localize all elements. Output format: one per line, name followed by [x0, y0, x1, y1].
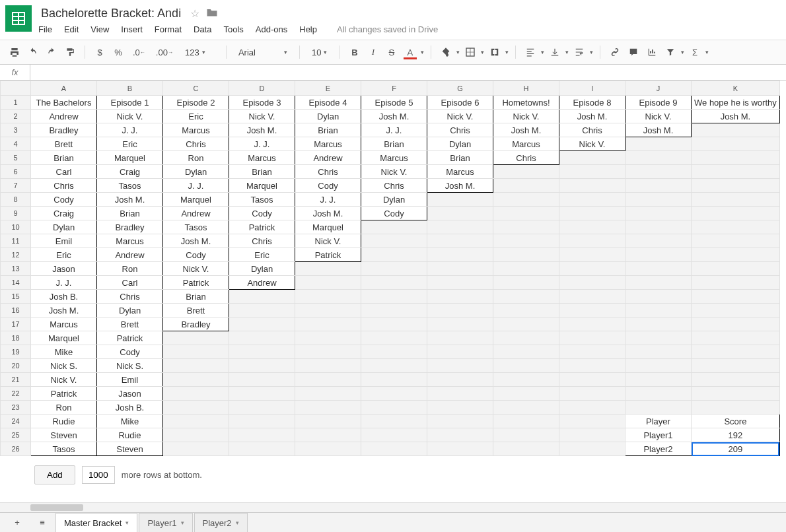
cell-C11[interactable]: Josh M. [163, 234, 229, 248]
cell-J24[interactable]: Player [625, 415, 692, 428]
cell-B4[interactable]: Eric [97, 137, 163, 151]
menu-file[interactable]: File [38, 24, 52, 34]
cell-D2[interactable]: Nick V. [229, 110, 295, 123]
cell-I22[interactable] [559, 387, 625, 401]
cell-J3[interactable]: Josh M. [625, 123, 692, 137]
cell-K3[interactable] [692, 123, 780, 137]
cell-K10[interactable] [692, 220, 780, 234]
cell-C17[interactable]: Bradley [163, 317, 229, 331]
cell-K19[interactable] [692, 345, 780, 359]
cell-A2[interactable]: Andrew [31, 110, 97, 123]
link-icon[interactable] [607, 44, 623, 60]
menu-insert[interactable]: Insert [121, 24, 143, 34]
cell-C2[interactable]: Eric [163, 110, 229, 123]
cell-C21[interactable] [163, 373, 229, 387]
cell-K17[interactable] [692, 317, 780, 331]
col-header-J[interactable]: J [625, 81, 692, 96]
row-header-22[interactable]: 22 [1, 387, 31, 401]
cell-F8[interactable]: Dylan [361, 193, 427, 207]
cell-C16[interactable]: Brett [163, 304, 229, 317]
row-header-6[interactable]: 6 [1, 165, 31, 179]
menu-view[interactable]: View [90, 24, 109, 34]
cell-D17[interactable] [229, 317, 295, 331]
cell-G14[interactable] [427, 276, 493, 290]
cell-J20[interactable] [625, 359, 692, 373]
cell-I3[interactable]: Chris [559, 123, 625, 137]
row-header-2[interactable]: 2 [1, 110, 31, 123]
cell-D20[interactable] [229, 359, 295, 373]
cell-J2[interactable]: Nick V. [625, 110, 692, 123]
cell-G21[interactable] [427, 373, 493, 387]
cell-A17[interactable]: Marcus [31, 317, 97, 331]
cell-J18[interactable] [625, 331, 692, 345]
cell-B10[interactable]: Bradley [97, 220, 163, 234]
cell-F10[interactable] [361, 220, 427, 234]
cell-G6[interactable]: Marcus [427, 165, 493, 179]
cell-A21[interactable]: Nick V. [31, 373, 97, 387]
menu-add-ons[interactable]: Add-ons [256, 24, 287, 34]
row-header-7[interactable]: 7 [1, 179, 31, 193]
cell-C20[interactable] [163, 359, 229, 373]
cell-G11[interactable] [427, 234, 493, 248]
cell-H17[interactable] [493, 317, 559, 331]
cell-K9[interactable] [692, 207, 780, 220]
cell-C22[interactable] [163, 387, 229, 401]
cell-D9[interactable]: Cody [229, 207, 295, 220]
chart-icon[interactable] [644, 44, 660, 60]
cell-C19[interactable] [163, 345, 229, 359]
cell-B18[interactable]: Patrick [97, 331, 163, 345]
currency-button[interactable]: $ [92, 44, 108, 60]
cell-A8[interactable]: Cody [31, 193, 97, 207]
valign-icon[interactable] [547, 44, 563, 60]
row-header-3[interactable]: 3 [1, 123, 31, 137]
cell-I6[interactable] [559, 165, 625, 179]
col-header-C[interactable]: C [163, 81, 229, 96]
cell-D21[interactable] [229, 373, 295, 387]
cell-J22[interactable] [625, 387, 692, 401]
cell-D5[interactable]: Marcus [229, 151, 295, 165]
cell-K7[interactable] [692, 179, 780, 193]
halign-icon[interactable] [522, 44, 538, 60]
cell-E22[interactable] [295, 387, 361, 401]
cell-J5[interactable] [625, 151, 692, 165]
cell-A23[interactable]: Ron [31, 401, 97, 415]
cell-F23[interactable] [361, 401, 427, 415]
cell-H7[interactable] [493, 179, 559, 193]
cell-D8[interactable]: Tasos [229, 193, 295, 207]
cell-J25[interactable]: Player1 [625, 428, 692, 442]
cell-J23[interactable] [625, 401, 692, 415]
cell-B11[interactable]: Marcus [97, 234, 163, 248]
cell-J12[interactable] [625, 248, 692, 262]
cell-H11[interactable] [493, 234, 559, 248]
cell-E11[interactable]: Nick V. [295, 234, 361, 248]
cell-B25[interactable]: Rudie [97, 428, 163, 442]
increase-decimal-button[interactable]: .00→ [152, 44, 177, 60]
number-format-select[interactable]: 123 ▾ [180, 44, 219, 60]
cell-E14[interactable] [295, 276, 361, 290]
cell-H14[interactable] [493, 276, 559, 290]
row-header-4[interactable]: 4 [1, 137, 31, 151]
cell-K15[interactable] [692, 290, 780, 304]
cell-D16[interactable] [229, 304, 295, 317]
cell-I20[interactable] [559, 359, 625, 373]
cell-F17[interactable] [361, 317, 427, 331]
menu-edit[interactable]: Edit [64, 24, 79, 34]
cell-K20[interactable] [692, 359, 780, 373]
cell-E17[interactable] [295, 317, 361, 331]
percent-button[interactable]: % [110, 44, 126, 60]
cell-G9[interactable] [427, 207, 493, 220]
cell-I23[interactable] [559, 401, 625, 415]
cell-I21[interactable] [559, 373, 625, 387]
menu-data[interactable]: Data [194, 24, 211, 34]
cell-J4[interactable] [625, 137, 692, 151]
cell-G16[interactable] [427, 304, 493, 317]
functions-icon[interactable]: Σ [687, 44, 703, 60]
cell-D25[interactable] [229, 428, 295, 442]
cell-D11[interactable]: Chris [229, 234, 295, 248]
cell-G1[interactable]: Episode 6 [427, 96, 493, 110]
row-header-9[interactable]: 9 [1, 207, 31, 220]
cell-A4[interactable]: Brett [31, 137, 97, 151]
cell-K4[interactable] [692, 137, 780, 151]
fill-color-icon[interactable] [438, 44, 454, 60]
cell-F4[interactable]: Brian [361, 137, 427, 151]
